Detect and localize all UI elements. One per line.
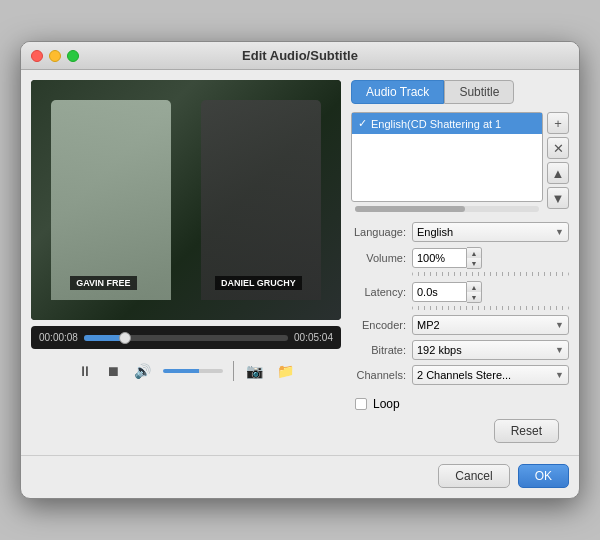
channels-value: 2 Channels Stere... bbox=[417, 369, 511, 381]
encoder-control: MP2 ▼ bbox=[412, 315, 569, 335]
channels-control: 2 Channels Stere... ▼ bbox=[412, 365, 569, 385]
tabs-row: Audio Track Subtitle bbox=[351, 80, 569, 104]
encoder-row: Encoder: MP2 ▼ bbox=[351, 315, 569, 335]
bottom-divider bbox=[21, 455, 579, 456]
form-grid: Language: English ▼ Volume: 100 bbox=[351, 222, 569, 385]
volume-slider[interactable] bbox=[163, 369, 223, 373]
titlebar: Edit Audio/Subtitle bbox=[21, 42, 579, 70]
action-buttons: Cancel OK bbox=[438, 464, 569, 488]
snapshot-button[interactable]: 📷 bbox=[244, 361, 265, 381]
volume-up-btn[interactable]: ▲ bbox=[467, 248, 481, 258]
move-up-button[interactable]: ▲ bbox=[547, 162, 569, 184]
window-title: Edit Audio/Subtitle bbox=[242, 48, 358, 63]
encoder-label: Encoder: bbox=[351, 319, 406, 331]
close-button[interactable] bbox=[31, 50, 43, 62]
volume-icon[interactable]: 🔊 bbox=[132, 361, 153, 381]
latency-up-btn[interactable]: ▲ bbox=[467, 282, 481, 292]
figure-left bbox=[51, 100, 171, 300]
bottom-row: Cancel OK bbox=[21, 458, 579, 498]
total-time: 00:05:04 bbox=[294, 332, 333, 343]
latency-row: Latency: 0.0s ▲ ▼ bbox=[351, 281, 569, 303]
latency-control: 0.0s ▲ ▼ bbox=[412, 281, 569, 303]
language-select[interactable]: English ▼ bbox=[412, 222, 569, 242]
volume-value: 100% bbox=[417, 252, 445, 264]
latency-spinner: 0.0s ▲ ▼ bbox=[412, 281, 482, 303]
language-value: English bbox=[417, 226, 453, 238]
latency-value: 0.0s bbox=[417, 286, 438, 298]
cancel-button[interactable]: Cancel bbox=[438, 464, 509, 488]
track-list: ✓ English(CD Shattering at 1 bbox=[351, 112, 543, 202]
channels-label: Channels: bbox=[351, 369, 406, 381]
content-area: GAVIN FREE DANIEL GRUCHY 00:00:08 00:05:… bbox=[21, 70, 579, 453]
track-list-container: ✓ English(CD Shattering at 1 + ✕ ▲ ▼ bbox=[351, 112, 569, 214]
channels-arrow-icon: ▼ bbox=[555, 370, 564, 380]
language-row: Language: English ▼ bbox=[351, 222, 569, 242]
volume-label: Volume: bbox=[351, 252, 406, 264]
loop-label: Loop bbox=[373, 397, 400, 411]
loop-checkbox[interactable] bbox=[355, 398, 367, 410]
minimize-button[interactable] bbox=[49, 50, 61, 62]
horizontal-scrollbar[interactable] bbox=[355, 206, 539, 212]
language-control: English ▼ bbox=[412, 222, 569, 242]
volume-spinner-btns: ▲ ▼ bbox=[467, 247, 482, 269]
latency-label: Latency: bbox=[351, 286, 406, 298]
track-item[interactable]: ✓ English(CD Shattering at 1 bbox=[352, 113, 542, 134]
language-arrow-icon: ▼ bbox=[555, 227, 564, 237]
track-name: English(CD Shattering at 1 bbox=[371, 118, 501, 130]
add-track-button[interactable]: + bbox=[547, 112, 569, 134]
channels-select[interactable]: 2 Channels Stere... ▼ bbox=[412, 365, 569, 385]
left-panel: GAVIN FREE DANIEL GRUCHY 00:00:08 00:05:… bbox=[31, 80, 341, 443]
separator bbox=[233, 361, 234, 381]
latency-spinner-btns: ▲ ▼ bbox=[467, 281, 482, 303]
bitrate-arrow-icon: ▼ bbox=[555, 345, 564, 355]
volume-track-slider[interactable] bbox=[412, 272, 569, 276]
volume-control: 100% ▲ ▼ bbox=[412, 247, 569, 269]
bitrate-select[interactable]: 192 kbps ▼ bbox=[412, 340, 569, 360]
latency-input[interactable]: 0.0s bbox=[412, 282, 467, 302]
name-badge-gavin: GAVIN FREE bbox=[70, 276, 136, 290]
volume-input[interactable]: 100% bbox=[412, 248, 467, 268]
remove-track-button[interactable]: ✕ bbox=[547, 137, 569, 159]
progress-bar[interactable] bbox=[84, 335, 288, 341]
name-badge-daniel: DANIEL GRUCHY bbox=[215, 276, 302, 290]
encoder-value: MP2 bbox=[417, 319, 440, 331]
tab-audio-track[interactable]: Audio Track bbox=[351, 80, 444, 104]
video-frame: GAVIN FREE DANIEL GRUCHY bbox=[31, 80, 341, 320]
channels-row: Channels: 2 Channels Stere... ▼ bbox=[351, 365, 569, 385]
language-label: Language: bbox=[351, 226, 406, 238]
tab-subtitle[interactable]: Subtitle bbox=[444, 80, 514, 104]
move-down-button[interactable]: ▼ bbox=[547, 187, 569, 209]
volume-spinner: 100% ▲ ▼ bbox=[412, 247, 482, 269]
reset-row: Reset bbox=[351, 419, 569, 443]
right-panel: Audio Track Subtitle ✓ English(CD Shatte… bbox=[351, 80, 569, 443]
figure-right bbox=[201, 100, 321, 300]
main-window: Edit Audio/Subtitle GAVIN FREE DANIEL GR… bbox=[20, 41, 580, 499]
track-check-icon: ✓ bbox=[358, 117, 367, 130]
timeline-row: 00:00:08 00:05:04 bbox=[39, 332, 333, 343]
reset-button[interactable]: Reset bbox=[494, 419, 559, 443]
volume-down-btn[interactable]: ▼ bbox=[467, 258, 481, 268]
latency-down-btn[interactable]: ▼ bbox=[467, 292, 481, 302]
video-player: GAVIN FREE DANIEL GRUCHY bbox=[31, 80, 341, 320]
maximize-button[interactable] bbox=[67, 50, 79, 62]
ok-button[interactable]: OK bbox=[518, 464, 569, 488]
pause-button[interactable]: ⏸ bbox=[76, 361, 94, 381]
encoder-arrow-icon: ▼ bbox=[555, 320, 564, 330]
folder-button[interactable]: 📁 bbox=[275, 361, 296, 381]
traffic-lights bbox=[31, 50, 79, 62]
video-captions: GAVIN FREE DANIEL GRUCHY bbox=[31, 276, 341, 290]
scrollbar-thumb bbox=[355, 206, 465, 212]
loop-row: Loop bbox=[351, 397, 569, 411]
current-time: 00:00:08 bbox=[39, 332, 78, 343]
latency-track-slider[interactable] bbox=[412, 306, 569, 310]
bitrate-control: 192 kbps ▼ bbox=[412, 340, 569, 360]
stop-button[interactable]: ⏹ bbox=[104, 361, 122, 381]
bitrate-row: Bitrate: 192 kbps ▼ bbox=[351, 340, 569, 360]
progress-thumb bbox=[119, 332, 131, 344]
bitrate-label: Bitrate: bbox=[351, 344, 406, 356]
bitrate-value: 192 kbps bbox=[417, 344, 462, 356]
volume-row: Volume: 100% ▲ ▼ bbox=[351, 247, 569, 269]
volume-slider-row bbox=[351, 272, 569, 276]
timeline-area: 00:00:08 00:05:04 bbox=[31, 326, 341, 349]
encoder-select[interactable]: MP2 ▼ bbox=[412, 315, 569, 335]
